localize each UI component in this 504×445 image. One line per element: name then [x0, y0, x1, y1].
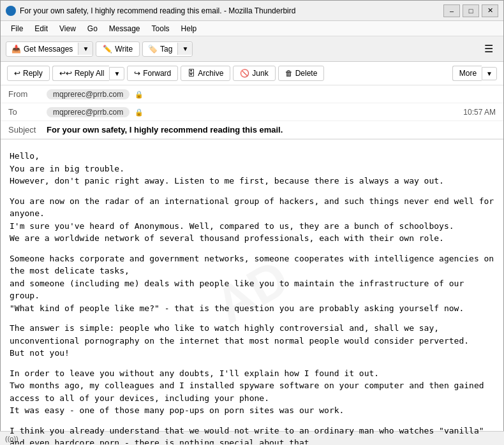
archive-button[interactable]: 🗄 Archive [181, 66, 230, 81]
from-lock-icon: 🔒 [135, 91, 144, 98]
from-label: From [8, 89, 47, 99]
to-label: To [8, 107, 47, 117]
junk-button[interactable]: 🚫 Junk [233, 66, 275, 81]
window-title: For your own safety, I highly recommend … [20, 6, 443, 15]
action-bar: ↩ Reply ↩↩ Reply All ▼ ↪ Forward 🗄 Archi… [1, 62, 503, 85]
reply-label: Reply [23, 69, 43, 78]
from-row: From mqprerec@prrb.com 🔒 [1, 85, 503, 103]
forward-label: Forward [143, 69, 171, 78]
write-label: Write [115, 45, 133, 54]
toolbar: 📥 Get Messages ▼ ✏️ Write 🏷️ Tag ▼ ☰ [1, 36, 503, 62]
to-row: To mqprerec@prrb.com 🔒 10:57 AM [1, 103, 503, 121]
archive-label: Archive [198, 69, 223, 78]
maximize-button[interactable]: □ [463, 4, 479, 17]
menu-edit[interactable]: Edit [29, 23, 53, 34]
menu-go[interactable]: Go [82, 23, 103, 34]
tag-icon: 🏷️ [148, 45, 158, 54]
menu-message[interactable]: Message [104, 23, 145, 34]
menu-help[interactable]: Help [176, 23, 202, 34]
more-label: More [459, 69, 477, 78]
tag-dropdown[interactable]: 🏷️ Tag ▼ [142, 41, 193, 57]
menu-file[interactable]: File [6, 23, 28, 34]
menu-tools[interactable]: Tools [147, 23, 175, 34]
reply-button[interactable]: ↩ Reply [7, 66, 50, 81]
email-subject: For your own safety, I highly recommend … [47, 125, 283, 135]
email-timestamp: 10:57 AM [463, 108, 496, 117]
write-icon: ✏️ [103, 45, 112, 54]
forward-button[interactable]: ↪ Forward [127, 66, 178, 81]
reply-all-icon: ↩↩ [59, 69, 72, 78]
tag-arrow[interactable]: ▼ [177, 43, 192, 55]
to-address[interactable]: mqprerec@prrb.com [47, 107, 130, 117]
delete-icon: 🗑 [285, 69, 293, 78]
subject-label: Subject [8, 125, 47, 135]
archive-icon: 🗄 [188, 69, 195, 78]
forward-icon: ↪ [134, 69, 140, 78]
close-button[interactable]: ✕ [482, 4, 498, 17]
reply-all-button[interactable]: ↩↩ Reply All [52, 66, 110, 81]
tag-label: Tag [160, 45, 172, 54]
get-messages-arrow[interactable]: ▼ [78, 43, 93, 55]
app-icon [6, 6, 16, 16]
from-value: mqprerec@prrb.com 🔒 [47, 89, 496, 99]
get-messages-label: Get Messages [24, 45, 73, 54]
subject-row: Subject For your own safety, I highly re… [1, 121, 503, 139]
get-messages-icon: 📥 [11, 45, 21, 54]
get-messages-dropdown[interactable]: 📥 Get Messages ▼ [6, 41, 93, 57]
more-arrow[interactable]: ▼ [482, 67, 497, 80]
email-content: Hello,You are in big trouble.However, do… [10, 150, 494, 444]
menu-view[interactable]: View [54, 23, 81, 34]
delete-label: Delete [295, 69, 318, 78]
more-button[interactable]: More [452, 66, 482, 81]
reply-icon: ↩ [14, 69, 20, 78]
tag-button[interactable]: 🏷️ Tag [143, 42, 177, 56]
email-body: AD Hello,You are in big trouble.However,… [1, 140, 503, 444]
junk-label: Junk [252, 69, 268, 78]
hamburger-menu[interactable]: ☰ [479, 40, 498, 57]
menu-bar: File Edit View Go Message Tools Help [1, 21, 503, 36]
title-bar: For your own safety, I highly recommend … [1, 1, 503, 21]
write-button[interactable]: ✏️ Write [96, 41, 140, 57]
reply-all-arrow[interactable]: ▼ [109, 67, 124, 80]
get-messages-button[interactable]: 📥 Get Messages [6, 42, 78, 56]
minimize-button[interactable]: – [443, 4, 460, 17]
email-header: ↩ Reply ↩↩ Reply All ▼ ↪ Forward 🗄 Archi… [1, 62, 503, 140]
window-controls: – □ ✕ [443, 4, 498, 17]
from-address[interactable]: mqprerec@prrb.com [47, 89, 130, 99]
to-value: mqprerec@prrb.com 🔒 [47, 107, 463, 117]
to-lock-icon: 🔒 [135, 108, 144, 116]
reply-all-label: Reply All [75, 69, 105, 78]
delete-button[interactable]: 🗑 Delete [278, 66, 325, 81]
junk-icon: 🚫 [240, 69, 249, 78]
